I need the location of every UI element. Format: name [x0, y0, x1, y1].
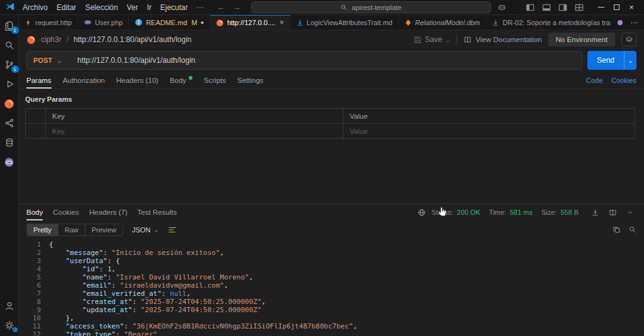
- menu-view[interactable]: Ver: [122, 2, 142, 13]
- tab-headers[interactable]: Headers (10): [116, 72, 158, 89]
- search-text: apirest-template: [352, 4, 401, 11]
- tab-authorization[interactable]: Authorization: [63, 72, 105, 89]
- tab-response-headers[interactable]: Headers (7): [89, 204, 128, 220]
- menubar-more-button[interactable]: ⋯: [192, 3, 208, 12]
- beautify-icon[interactable]: [168, 225, 177, 234]
- key-column-header: Key: [46, 109, 343, 124]
- environment-selector[interactable]: No Environment: [548, 33, 615, 46]
- tab-response-cookies[interactable]: Cookies: [53, 204, 79, 220]
- method-select[interactable]: POST ⌄: [27, 57, 77, 64]
- tab-postman-request[interactable]: http://127.0.0.... ×: [210, 15, 290, 30]
- row-checkbox-cell: [26, 124, 46, 139]
- navigate-back-button[interactable]: ←: [217, 3, 225, 12]
- view-preview[interactable]: Preview: [86, 224, 123, 236]
- response-meta: Status: 200 OK Time: 581 ms Size: 558 B: [414, 204, 636, 220]
- environment-quick-look-button[interactable]: [621, 33, 636, 46]
- menu-file[interactable]: Archivo: [18, 2, 52, 13]
- tab-settings[interactable]: Settings: [237, 72, 264, 89]
- view-documentation-button[interactable]: View Documentation: [464, 36, 541, 44]
- breadcrumb-separator: /: [67, 35, 69, 44]
- activity-search[interactable]: [3, 40, 16, 51]
- activity-run-debug[interactable]: [3, 79, 16, 90]
- code-link[interactable]: Code: [586, 77, 602, 84]
- save-dropdown-chevron[interactable]: ⌄: [445, 36, 450, 43]
- toggle-secondary-sidebar-icon[interactable]: [556, 1, 570, 14]
- activity-explorer[interactable]: 1: [3, 20, 16, 31]
- menu-selection[interactable]: Selección: [80, 2, 122, 13]
- activity-bar: 1 1: [0, 15, 19, 336]
- search-body-icon[interactable]: [628, 225, 636, 234]
- menu-run[interactable]: Ejecutar: [156, 2, 192, 13]
- maximize-button[interactable]: [609, 1, 624, 14]
- tab-response-body[interactable]: Body: [26, 204, 43, 220]
- extension-action-icon[interactable]: [616, 19, 624, 26]
- http-file-icon: [25, 19, 32, 26]
- account-button[interactable]: [3, 300, 16, 312]
- tab-body[interactable]: Body: [170, 72, 192, 89]
- send-button[interactable]: Send: [587, 51, 624, 70]
- tab-test-results[interactable]: Test Results: [138, 204, 177, 220]
- param-value-input[interactable]: [350, 127, 628, 135]
- query-param-row: [26, 124, 635, 139]
- tab-scripts[interactable]: Scripts: [204, 72, 226, 89]
- save-response-icon[interactable]: [589, 207, 601, 218]
- toggle-panel-icon[interactable]: [540, 1, 553, 14]
- postman-icon: [216, 19, 224, 27]
- cookies-link[interactable]: Cookies: [611, 77, 636, 84]
- response-tabs: Body Cookies Headers (7) Test Results St…: [19, 204, 644, 220]
- copilot-icon[interactable]: [495, 1, 509, 14]
- more-actions-button[interactable]: ⋯: [630, 18, 638, 27]
- line-numbers: 123456789101112: [19, 241, 49, 336]
- navigate-forward-button[interactable]: →: [233, 3, 241, 12]
- tab-logicviewattributestrait-md[interactable]: LogicViewAttributesTrait.md: [291, 15, 399, 30]
- send-button-group: Send ⌄: [587, 51, 636, 70]
- copy-icon[interactable]: [613, 225, 621, 234]
- breadcrumb-request[interactable]: http://127.0.0.1:80/api/v1/auth/login: [74, 35, 191, 44]
- response-body-editor[interactable]: 123456789101112 { "message": "Inicio de …: [19, 241, 644, 336]
- query-params-title: Query Params: [19, 89, 644, 107]
- tab-readme-md[interactable]: i README.md M ●: [129, 15, 210, 30]
- tab-close-icon[interactable]: ×: [280, 18, 284, 27]
- status-value: 200 OK: [457, 209, 480, 216]
- close-button[interactable]: ×: [624, 1, 639, 14]
- postman-icon: [4, 99, 14, 109]
- toggle-primary-sidebar-icon[interactable]: [523, 1, 537, 14]
- dirty-indicator[interactable]: ●: [201, 19, 204, 26]
- tab-user-php[interactable]: User.php: [78, 15, 129, 30]
- param-key-input[interactable]: [52, 127, 336, 135]
- activity-database[interactable]: [3, 137, 16, 148]
- request-tabs: Params Authorization Headers (10) Body S…: [19, 72, 644, 89]
- url-input[interactable]: [77, 51, 582, 69]
- settings-button[interactable]: [3, 320, 16, 331]
- activity-postman[interactable]: [3, 98, 16, 109]
- open-in-split-icon[interactable]: [606, 207, 619, 218]
- postman-header: ciph3r / http://127.0.0.1:80/api/v1/auth…: [19, 30, 644, 49]
- menu-go[interactable]: Ir: [142, 2, 155, 13]
- command-center-search[interactable]: apirest-template: [251, 1, 491, 13]
- code-lines: { "message": "Inicio de sesión exitoso",…: [49, 241, 357, 336]
- search-icon: [4, 40, 14, 50]
- response-viewbar: Pretty Raw Preview JSON ⌄: [19, 220, 644, 239]
- format-select[interactable]: JSON ⌄: [130, 226, 162, 234]
- request-row: POST ⌄ Send ⌄: [19, 49, 644, 72]
- save-button[interactable]: Save ⌄: [414, 35, 451, 44]
- tab-request-http[interactable]: request.http: [19, 15, 78, 30]
- tab-relationalmodel-dbm[interactable]: RelationalModel.dbm: [399, 15, 486, 30]
- explorer-badge: 1: [11, 26, 19, 34]
- menu-edit[interactable]: Editar: [52, 2, 80, 13]
- view-pretty[interactable]: Pretty: [27, 224, 58, 236]
- dbm-file-icon: [404, 19, 412, 26]
- book-icon: [464, 36, 472, 44]
- globe-icon: [415, 207, 428, 218]
- view-raw[interactable]: Raw: [58, 224, 86, 236]
- activity-api-graph[interactable]: [3, 117, 16, 129]
- activity-php[interactable]: [3, 156, 16, 168]
- collapse-panel-icon[interactable]: [624, 207, 636, 218]
- tab-params[interactable]: Params: [26, 72, 52, 89]
- activity-source-control[interactable]: 1: [3, 59, 16, 70]
- send-options-button[interactable]: ⌄: [624, 51, 636, 70]
- breadcrumb-workspace[interactable]: ciph3r: [41, 35, 62, 44]
- layers-icon: [625, 36, 633, 44]
- minimize-button[interactable]: [594, 1, 609, 14]
- customize-layout-icon[interactable]: [572, 1, 586, 14]
